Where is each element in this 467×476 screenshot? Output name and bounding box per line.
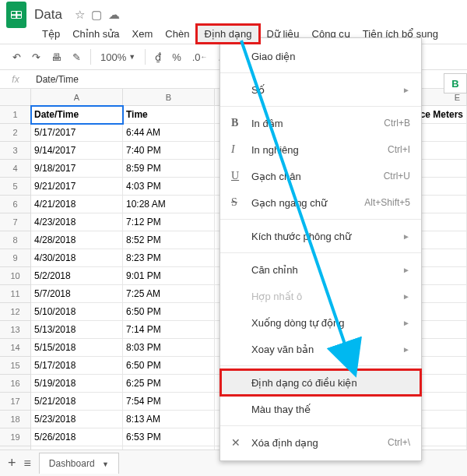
row-header[interactable]: 14 bbox=[0, 339, 31, 357]
cell[interactable]: 4/30/2018 bbox=[31, 249, 123, 267]
row-header[interactable]: 10 bbox=[0, 267, 31, 285]
cell[interactable]: 5/26/2018 bbox=[31, 428, 123, 446]
row-header[interactable]: 17 bbox=[0, 393, 31, 411]
decrease-decimal-icon[interactable]: .0← bbox=[188, 48, 212, 66]
row-header[interactable]: 6 bbox=[0, 196, 31, 213]
bold-icon: B bbox=[231, 117, 251, 129]
dd-wrap[interactable]: Xuống dòng tự động► bbox=[220, 309, 421, 336]
dd-rotate[interactable]: Xoay văn bản► bbox=[220, 336, 421, 362]
cell[interactable]: 10:28 AM bbox=[123, 196, 215, 213]
select-all-cell[interactable] bbox=[0, 89, 31, 106]
dd-underline[interactable]: UGạch chânCtrl+U bbox=[220, 163, 421, 189]
row-header[interactable]: 18 bbox=[0, 411, 31, 428]
chevron-right-icon: ► bbox=[402, 86, 410, 94]
bold-side-button[interactable]: B bbox=[444, 73, 467, 93]
cell[interactable]: 8:13 AM bbox=[123, 411, 215, 428]
dd-italic[interactable]: IIn nghiêngCtrl+I bbox=[220, 136, 421, 163]
cell[interactable]: 9:01 PM bbox=[123, 267, 215, 285]
dd-conditional-format[interactable]: Định dạng có điều kiện bbox=[220, 369, 421, 396]
dd-strike[interactable]: SGạch ngang chữAlt+Shift+5 bbox=[220, 189, 421, 216]
row-header[interactable]: 9 bbox=[0, 249, 31, 267]
cell[interactable]: 7:54 PM bbox=[123, 393, 215, 411]
cell-b1[interactable]: Time bbox=[123, 106, 215, 124]
cell[interactable]: 5/13/2018 bbox=[31, 321, 123, 339]
redo-icon[interactable]: ↷ bbox=[27, 48, 45, 66]
cell[interactable]: 7:40 PM bbox=[123, 142, 215, 160]
row-header[interactable]: 12 bbox=[0, 303, 31, 321]
chevron-right-icon: ► bbox=[402, 232, 410, 241]
dd-bold[interactable]: BIn đậmCtrl+B bbox=[220, 110, 421, 136]
row-header[interactable]: 4 bbox=[0, 160, 31, 178]
cell[interactable]: 4/23/2018 bbox=[31, 213, 123, 231]
dd-align[interactable]: Căn chỉnh► bbox=[220, 256, 421, 283]
cell[interactable]: 7:12 PM bbox=[123, 213, 215, 231]
row-header[interactable]: 8 bbox=[0, 231, 31, 249]
menu-insert[interactable]: Chèn bbox=[159, 26, 195, 42]
cell[interactable]: 5/19/2018 bbox=[31, 375, 123, 393]
cell[interactable]: 5/7/2018 bbox=[31, 285, 123, 303]
cell[interactable]: 8:23 PM bbox=[123, 249, 215, 267]
cell[interactable]: 7:14 PM bbox=[123, 321, 215, 339]
cell[interactable]: 5/17/2017 bbox=[31, 124, 123, 142]
cell[interactable]: 6:53 PM bbox=[123, 428, 215, 446]
cell[interactable]: 4/28/2018 bbox=[31, 231, 123, 249]
cell[interactable]: 8:52 PM bbox=[123, 231, 215, 249]
row-header[interactable]: 11 bbox=[0, 285, 31, 303]
currency-icon[interactable]: ₫ bbox=[150, 48, 166, 66]
cell[interactable]: 6:25 PM bbox=[123, 375, 215, 393]
cell[interactable]: 6:44 AM bbox=[123, 124, 215, 142]
cell[interactable]: 6:50 PM bbox=[123, 357, 215, 375]
doc-title[interactable]: Data bbox=[34, 7, 62, 23]
cell[interactable]: 9/21/2017 bbox=[31, 178, 123, 196]
cell[interactable]: 4/21/2018 bbox=[31, 196, 123, 213]
sheets-logo-icon[interactable] bbox=[6, 2, 26, 28]
cell[interactable]: 4:03 PM bbox=[123, 178, 215, 196]
cell[interactable]: 5/23/2018 bbox=[31, 411, 123, 428]
print-icon[interactable]: 🖶 bbox=[47, 48, 66, 66]
folder-icon[interactable]: ▢ bbox=[91, 8, 102, 22]
cell-a1[interactable]: Date/Time bbox=[31, 106, 123, 124]
dd-alt-color[interactable]: Màu thay thế bbox=[220, 396, 421, 422]
star-icon[interactable]: ☆ bbox=[75, 8, 85, 22]
add-sheet-icon[interactable]: + bbox=[8, 455, 16, 471]
fx-icon: fx bbox=[0, 74, 31, 85]
row-header[interactable]: 13 bbox=[0, 321, 31, 339]
col-header-b[interactable]: B bbox=[123, 89, 215, 106]
cell[interactable]: 9/14/2017 bbox=[31, 142, 123, 160]
menu-edit[interactable]: Chỉnh sửa bbox=[66, 26, 125, 42]
percent-icon[interactable]: % bbox=[167, 48, 186, 66]
row-header[interactable]: 3 bbox=[0, 142, 31, 160]
cell[interactable]: 5/21/2018 bbox=[31, 393, 123, 411]
cell[interactable]: 5/2/2018 bbox=[31, 267, 123, 285]
dd-clear-format[interactable]: ✕Xóa định dạngCtrl+\ bbox=[220, 429, 421, 456]
tab-dashboard[interactable]: Dashboard ▼ bbox=[39, 453, 119, 474]
menu-format[interactable]: Định dạng bbox=[195, 23, 260, 44]
cell[interactable]: 6:50 PM bbox=[123, 303, 215, 321]
cell[interactable]: 8:03 PM bbox=[123, 339, 215, 357]
menu-file[interactable]: Tệp bbox=[36, 26, 66, 42]
cell[interactable]: 5/15/2018 bbox=[31, 339, 123, 357]
cloud-icon[interactable]: ☁ bbox=[108, 8, 120, 22]
menu-view[interactable]: Xem bbox=[126, 26, 160, 42]
undo-icon[interactable]: ↶ bbox=[8, 48, 26, 66]
dd-theme[interactable]: Giao diện bbox=[220, 43, 421, 69]
all-sheets-icon[interactable]: ≡ bbox=[24, 457, 31, 471]
col-header-a[interactable]: A bbox=[31, 89, 123, 106]
row-header[interactable]: 5 bbox=[0, 178, 31, 196]
row-header[interactable]: 1 bbox=[0, 106, 31, 124]
cell[interactable]: 7:25 AM bbox=[123, 285, 215, 303]
row-header[interactable]: 7 bbox=[0, 213, 31, 231]
row-header[interactable]: 16 bbox=[0, 375, 31, 393]
dd-number[interactable]: Số► bbox=[220, 76, 421, 103]
cell[interactable]: 5/17/2018 bbox=[31, 357, 123, 375]
dd-fontsize[interactable]: Kích thước phông chữ► bbox=[220, 223, 421, 249]
row-header[interactable]: 15 bbox=[0, 357, 31, 375]
cell[interactable]: 9/18/2017 bbox=[31, 160, 123, 178]
row-header[interactable]: 2 bbox=[0, 124, 31, 142]
zoom-select[interactable]: 100% ▼ bbox=[96, 48, 140, 66]
row-header[interactable]: 19 bbox=[0, 428, 31, 446]
cell[interactable]: 5/10/2018 bbox=[31, 303, 123, 321]
formula-bar[interactable]: Date/Time bbox=[31, 74, 79, 85]
cell[interactable]: 8:59 PM bbox=[123, 160, 215, 178]
paint-format-icon[interactable]: ✎ bbox=[68, 48, 86, 66]
